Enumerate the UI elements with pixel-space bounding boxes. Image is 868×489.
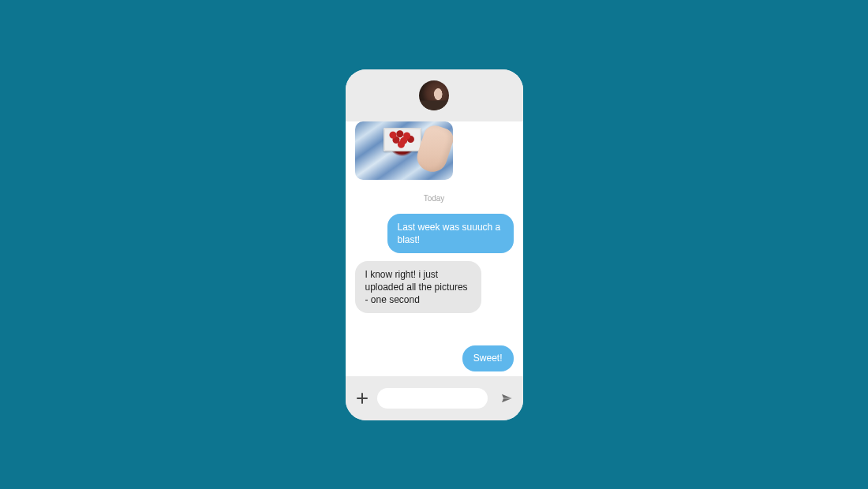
phone-frame: Today Last week was suuuch a blast! I kn…	[346, 69, 523, 420]
contact-avatar[interactable]	[419, 80, 449, 110]
chat-header	[346, 69, 523, 121]
message-received[interactable]: I know right! i just uploaded all the pi…	[355, 261, 481, 314]
message-sent[interactable]: Sweet!	[462, 345, 514, 371]
send-button[interactable]	[499, 391, 514, 405]
date-divider: Today	[355, 194, 514, 203]
message-sent[interactable]: Last week was suuuch a blast!	[387, 214, 514, 253]
chat-thread[interactable]: Today Last week was suuuch a blast! I kn…	[346, 121, 523, 376]
photo-detail	[413, 122, 452, 175]
spacer	[355, 321, 514, 338]
message-input[interactable]	[377, 388, 488, 409]
add-button[interactable]	[355, 391, 369, 405]
send-icon	[500, 392, 513, 405]
plus-icon	[357, 393, 368, 404]
composer-bar	[346, 376, 523, 420]
photo-attachment[interactable]	[355, 121, 453, 180]
